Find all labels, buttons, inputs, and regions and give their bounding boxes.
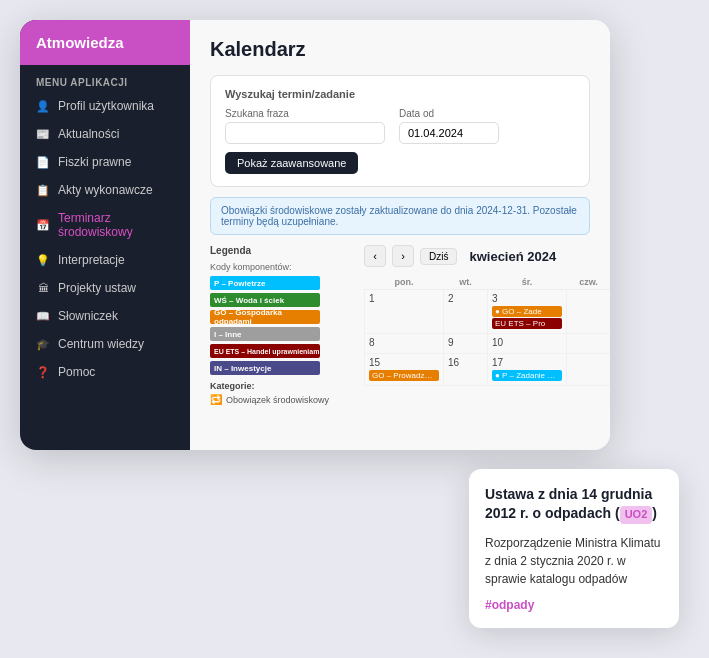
search-label: Szukana fraza bbox=[225, 108, 385, 119]
cal-cell-3: 3 ● GO – Zade EU ETS – Pro bbox=[488, 290, 567, 334]
interpretacje-icon: 💡 bbox=[36, 253, 50, 267]
search-input[interactable] bbox=[225, 122, 385, 144]
sidebar: Atmowiedza Menu aplikacji 👤 Profil użytk… bbox=[20, 20, 190, 450]
calendar-table: pon. wt. śr. czw. 1 2 3 ● GO – Zade bbox=[364, 275, 610, 386]
cal-cell-16: 16 bbox=[444, 354, 488, 386]
sidebar-item-akty[interactable]: 📋 Akty wykonawcze bbox=[20, 176, 190, 204]
page-title: Kalendarz bbox=[210, 38, 590, 61]
sidebar-item-interpretacje[interactable]: 💡 Interpretacje bbox=[20, 246, 190, 274]
cal-cell-empty bbox=[567, 290, 611, 334]
fiszki-icon: 📄 bbox=[36, 155, 50, 169]
sidebar-item-slowniczek[interactable]: 📖 Słowniczek bbox=[20, 302, 190, 330]
legend-cat-title: Kategorie: bbox=[210, 381, 350, 391]
sidebar-item-label: Profil użytkownika bbox=[58, 99, 154, 113]
sidebar-item-label: Słowniczek bbox=[58, 309, 118, 323]
legend-item-p: P – Powietrze bbox=[210, 276, 350, 290]
date-field-group: Data od bbox=[399, 108, 499, 144]
app-window: Atmowiedza Menu aplikacji 👤 Profil użytk… bbox=[20, 20, 610, 450]
sidebar-item-label: Projekty ustaw bbox=[58, 281, 136, 295]
cal-cell-15: 15 GO – Prowadzący – K. bbox=[365, 354, 444, 386]
profil-icon: 👤 bbox=[36, 99, 50, 113]
floating-card: Ustawa z dnia 14 grudnia 2012 r. o odpad… bbox=[469, 469, 679, 628]
sidebar-item-pomoc[interactable]: ❓ Pomoc bbox=[20, 358, 190, 386]
legend-item-euets: EU ETS – Handel uprawnieniami do emisji bbox=[210, 344, 350, 358]
terminarz-icon: 📅 bbox=[36, 218, 50, 232]
legend-color-p: P – Powietrze bbox=[210, 276, 320, 290]
cal-cell-17: 17 ● P – Zadanie TEST 8 bbox=[488, 354, 567, 386]
sidebar-item-centrum[interactable]: 🎓 Centrum wiedzy bbox=[20, 330, 190, 358]
sidebar-item-label: Aktualności bbox=[58, 127, 119, 141]
today-button[interactable]: Dziś bbox=[420, 248, 457, 265]
card-badge[interactable]: UO2 bbox=[620, 506, 653, 523]
sidebar-item-fiszki[interactable]: 📄 Fiszki prawne bbox=[20, 148, 190, 176]
event-go-15[interactable]: GO – Prowadzący – K. bbox=[369, 370, 439, 381]
sidebar-item-aktualnosci[interactable]: 📰 Aktualności bbox=[20, 120, 190, 148]
aktualnosci-icon: 📰 bbox=[36, 127, 50, 141]
next-month-button[interactable]: › bbox=[392, 245, 414, 267]
col-pon: pon. bbox=[365, 275, 444, 290]
legend-item-ws: WŚ – Woda i ściek bbox=[210, 293, 350, 307]
card-title: Ustawa z dnia 14 grudnia 2012 r. o odpad… bbox=[485, 485, 663, 524]
search-box-title: Wyszukaj termin/zadanie bbox=[225, 88, 575, 100]
sidebar-item-terminarz[interactable]: 📅 Terminarz środowiskowy bbox=[20, 204, 190, 246]
legend-color-euets: EU ETS – Handel uprawnieniami do emisji bbox=[210, 344, 320, 358]
date-label: Data od bbox=[399, 108, 499, 119]
sidebar-item-label: Fiszki prawne bbox=[58, 155, 131, 169]
akty-icon: 📋 bbox=[36, 183, 50, 197]
pomoc-icon: ❓ bbox=[36, 365, 50, 379]
search-box: Wyszukaj termin/zadanie Szukana fraza Da… bbox=[210, 75, 590, 187]
obowiazek-icon: 🔁 bbox=[210, 394, 222, 405]
prev-month-button[interactable]: ‹ bbox=[364, 245, 386, 267]
col-wt: wt. bbox=[444, 275, 488, 290]
slowniczek-icon: 📖 bbox=[36, 309, 50, 323]
info-bar: Obowiązki środowiskowe zostały zaktualiz… bbox=[210, 197, 590, 235]
cal-cell-1: 1 bbox=[365, 290, 444, 334]
legend-color-in: IN – Inwestycje bbox=[210, 361, 320, 375]
centrum-icon: 🎓 bbox=[36, 337, 50, 351]
legend-color-ws: WŚ – Woda i ściek bbox=[210, 293, 320, 307]
table-row: 15 GO – Prowadzący – K. 16 17 ● P – Zada… bbox=[365, 354, 611, 386]
sidebar-item-label: Centrum wiedzy bbox=[58, 337, 144, 351]
advanced-button[interactable]: Pokaż zaawansowane bbox=[225, 152, 358, 174]
event-go-3[interactable]: ● GO – Zade bbox=[492, 306, 562, 317]
event-p-17[interactable]: ● P – Zadanie TEST 8 bbox=[492, 370, 562, 381]
sidebar-item-label: Terminarz środowiskowy bbox=[58, 211, 174, 239]
cal-cell-2: 2 bbox=[444, 290, 488, 334]
card-tag[interactable]: #odpady bbox=[485, 598, 663, 612]
legend-codes-title: Kody komponentów: bbox=[210, 262, 350, 272]
legend-cat-item-0: 🔁 Obowiązek środowiskowy bbox=[210, 394, 350, 405]
card-desc: Rozporządzenie Ministra Klimatu z dnia 2… bbox=[485, 534, 663, 588]
sidebar-section-title: Menu aplikacji bbox=[20, 65, 190, 92]
legend-item-i: I – Inne bbox=[210, 327, 350, 341]
cal-cell-empty2 bbox=[567, 334, 611, 354]
sidebar-item-label: Interpretacje bbox=[58, 253, 125, 267]
legend-panel: Legenda Kody komponentów: P – Powietrze … bbox=[210, 245, 350, 405]
cal-cell-10: 10 bbox=[488, 334, 567, 354]
sidebar-item-projekty[interactable]: 🏛 Projekty ustaw bbox=[20, 274, 190, 302]
legend-item-in: IN – Inwestycje bbox=[210, 361, 350, 375]
col-sr: śr. bbox=[488, 275, 567, 290]
calendar-section: Legenda Kody komponentów: P – Powietrze … bbox=[210, 245, 590, 405]
month-label: kwiecień 2024 bbox=[469, 249, 556, 264]
search-field-group: Szukana fraza bbox=[225, 108, 385, 144]
sidebar-brand: Atmowiedza bbox=[20, 20, 190, 65]
legend-color-i: I – Inne bbox=[210, 327, 320, 341]
cal-cell-8: 8 bbox=[365, 334, 444, 354]
main-content: Kalendarz Wyszukaj termin/zadanie Szukan… bbox=[190, 20, 610, 450]
legend-cat-label: Obowiązek środowiskowy bbox=[226, 395, 329, 405]
sidebar-item-label: Pomoc bbox=[58, 365, 95, 379]
sidebar-item-label: Akty wykonawcze bbox=[58, 183, 153, 197]
calendar-nav: ‹ › Dziś kwiecień 2024 bbox=[364, 245, 610, 267]
cal-cell-empty3 bbox=[567, 354, 611, 386]
table-row: 8 9 10 bbox=[365, 334, 611, 354]
sidebar-item-profil[interactable]: 👤 Profil użytkownika bbox=[20, 92, 190, 120]
legend-item-go: GO – Gospodarka odpadami bbox=[210, 310, 350, 324]
legend-title: Legenda bbox=[210, 245, 350, 256]
date-input[interactable] bbox=[399, 122, 499, 144]
col-czw: czw. bbox=[567, 275, 611, 290]
cal-cell-9: 9 bbox=[444, 334, 488, 354]
calendar-grid: ‹ › Dziś kwiecień 2024 pon. wt. śr. czw. bbox=[364, 245, 610, 405]
table-row: 1 2 3 ● GO – Zade EU ETS – Pro bbox=[365, 290, 611, 334]
legend-color-go: GO – Gospodarka odpadami bbox=[210, 310, 320, 324]
event-euets-3[interactable]: EU ETS – Pro bbox=[492, 318, 562, 329]
